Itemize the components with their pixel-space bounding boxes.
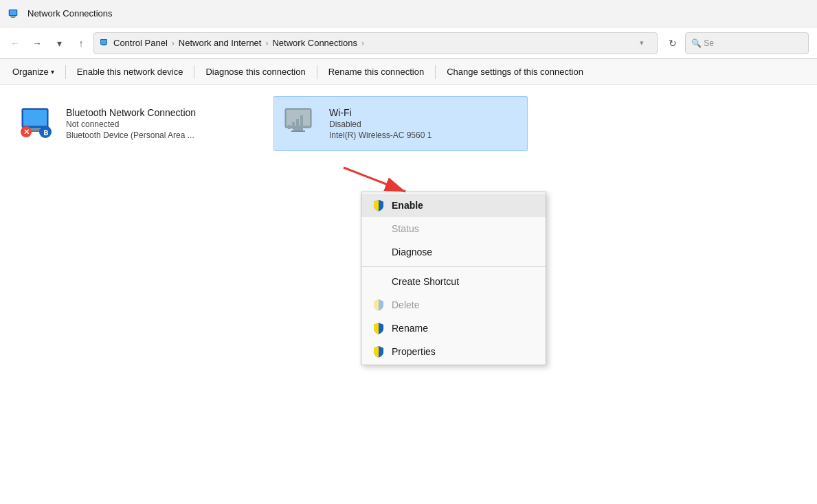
bluetooth-icon-container: ✕ ʙ [19, 104, 58, 143]
context-menu-status-label: Status [392, 223, 419, 234]
bluetooth-status: Not connected [66, 119, 196, 129]
breadcrumb-cp: Control Panel [113, 38, 168, 48]
title-bar: Network Connections [0, 0, 817, 27]
context-menu-delete-label: Delete [392, 299, 419, 310]
svg-rect-9 [30, 128, 40, 130]
svg-rect-6 [102, 45, 106, 46]
shield-icon-enable [372, 199, 385, 211]
toolbar: Organize ▾ Enable this network device Di… [0, 59, 817, 85]
svg-rect-19 [288, 125, 291, 129]
wifi-network-item[interactable]: Wi-Fi Disabled Intel(R) Wireless-AC 9560… [273, 96, 528, 151]
bluetooth-network-item[interactable]: ✕ ʙ Bluetooth Network Connection Not con… [11, 96, 265, 151]
svg-rect-21 [296, 119, 299, 129]
titlebar-title: Network Connections [27, 8, 113, 19]
context-menu-create-shortcut-label: Create Shortcut [392, 276, 459, 287]
svg-rect-3 [11, 17, 15, 18]
svg-text:✕: ✕ [23, 128, 30, 136]
refresh-button[interactable]: ↻ [663, 34, 682, 53]
svg-rect-5 [101, 40, 107, 44]
main-content: ✕ ʙ Bluetooth Network Connection Not con… [0, 85, 817, 504]
titlebar-icon [8, 7, 22, 21]
context-menu-delete[interactable]: Delete [361, 293, 546, 317]
toolbar-separator-1 [65, 65, 66, 79]
shortcut-placeholder [372, 275, 385, 288]
svg-rect-22 [300, 115, 303, 129]
shield-icon-properties [372, 345, 385, 358]
search-box[interactable]: 🔍 Se [685, 32, 809, 54]
bluetooth-info: Bluetooth Network Connection Not connect… [66, 107, 196, 140]
context-menu-diagnose[interactable]: Diagnose [361, 240, 546, 264]
bluetooth-detail: Bluetooth Device (Personal Area ... [66, 130, 196, 140]
address-dropdown-button[interactable]: ▾ [632, 34, 651, 53]
context-menu: Enable Status Diagnose Create Shortcut D… [361, 192, 546, 365]
toolbar-separator-3 [317, 65, 317, 79]
change-settings-button[interactable]: Change settings of this connection [440, 64, 590, 80]
svg-line-24 [344, 168, 405, 192]
address-input[interactable]: Control Panel › Network and Internet › N… [93, 32, 658, 54]
wifi-status: Disabled [329, 119, 432, 129]
svg-rect-1 [10, 10, 16, 15]
wifi-icon-container [282, 104, 321, 143]
context-menu-separator [361, 266, 546, 267]
enable-device-button[interactable]: Enable this network device [70, 64, 190, 80]
context-menu-rename-label: Rename [392, 323, 428, 334]
status-placeholder [372, 222, 385, 235]
svg-text:ʙ: ʙ [43, 128, 48, 137]
context-menu-properties-label: Properties [392, 346, 436, 357]
svg-rect-18 [291, 130, 305, 132]
wifi-name: Wi-Fi [329, 107, 432, 118]
wifi-detail: Intel(R) Wireless-AC 9560 1 [329, 130, 432, 140]
toolbar-separator-4 [435, 65, 436, 79]
context-menu-enable-label: Enable [392, 200, 423, 211]
svg-rect-2 [10, 16, 16, 17]
forward-button[interactable]: → [27, 34, 47, 53]
context-menu-create-shortcut[interactable]: Create Shortcut [361, 270, 546, 293]
bluetooth-name: Bluetooth Network Connection [66, 107, 196, 118]
breadcrumb-nc: Network Connections [272, 38, 357, 48]
shield-icon-rename [372, 322, 385, 334]
organize-button[interactable]: Organize ▾ [5, 64, 61, 80]
breadcrumb-ni: Network and Internet [179, 38, 262, 48]
context-menu-diagnose-label: Diagnose [392, 247, 432, 257]
up-button[interactable]: ↑ [71, 34, 91, 53]
diagnose-button[interactable]: Diagnose this connection [199, 64, 312, 80]
dropdown-button[interactable]: ▾ [49, 34, 69, 53]
context-menu-status[interactable]: Status [361, 217, 546, 240]
shield-icon-delete [372, 299, 385, 311]
address-bar: ← → ▾ ↑ Control Panel › Network and Inte… [0, 27, 817, 59]
context-menu-enable[interactable]: Enable [361, 194, 546, 217]
rename-button[interactable]: Rename this connection [322, 64, 431, 80]
wifi-info: Wi-Fi Disabled Intel(R) Wireless-AC 9560… [329, 107, 432, 140]
diagnose-placeholder [372, 246, 385, 258]
svg-rect-20 [292, 122, 295, 129]
back-button[interactable]: ← [5, 34, 25, 53]
toolbar-separator-2 [194, 65, 194, 79]
context-menu-properties[interactable]: Properties [361, 340, 546, 363]
svg-rect-8 [23, 110, 47, 126]
context-menu-rename[interactable]: Rename [361, 317, 546, 340]
